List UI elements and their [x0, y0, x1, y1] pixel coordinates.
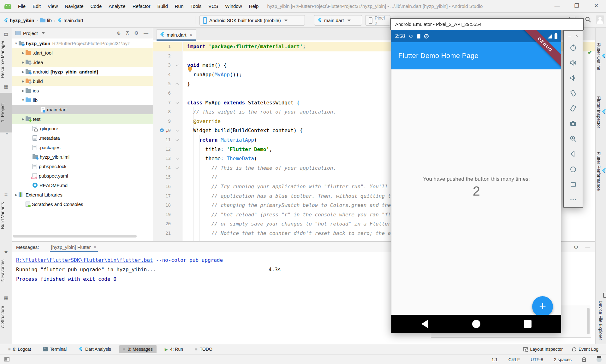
tree-item-hyzp-yibin[interactable]: ▼hyzp_yibinR:\FlutterProject\FlutterProj… — [12, 38, 153, 48]
inspections-ok-icon[interactable]: ✔ — [588, 49, 592, 56]
hide-panel-icon[interactable]: — — [585, 244, 590, 250]
tree-expand-arrow-icon[interactable]: ▼ — [14, 42, 19, 45]
emulator-title-bar[interactable]: Android Emulator - Pixel_2_API_29:5554 — [390, 18, 584, 30]
gutter-line-11[interactable]: 11 — [153, 135, 182, 145]
gear-icon[interactable]: ⚙ — [134, 30, 139, 36]
minimize-window-icon[interactable]: — — [547, 0, 567, 13]
fold-marker-icon[interactable] — [176, 101, 179, 104]
tree-item--packages[interactable]: .packages — [12, 143, 153, 152]
menu-item-view[interactable]: View — [44, 0, 61, 13]
emulator-volume-down-button[interactable] — [564, 70, 583, 85]
toolwindow-toggle-icon[interactable] — [4, 357, 9, 361]
gutter-line-16[interactable]: 16 — [153, 182, 182, 191]
menu-item-run[interactable]: Run — [171, 0, 187, 13]
fold-marker-icon[interactable] — [176, 63, 179, 67]
emulator-more-button[interactable] — [564, 192, 583, 207]
emulator-volume-up-button[interactable] — [564, 55, 583, 70]
bottom-tab-todo[interactable]: ≡TODO — [191, 345, 216, 353]
tree-item-scratches-and-consoles[interactable]: Scratches and Consoles — [12, 199, 153, 209]
gutter-line-13[interactable]: 13 — [153, 154, 182, 163]
tree-item-test[interactable]: ▶test — [12, 114, 153, 124]
tree-item-readme-md[interactable]: README.md — [12, 180, 153, 190]
tree-item-android[interactable]: ▶android[hyzp_yibin_android] — [12, 67, 153, 76]
emulator-phone-screen[interactable]: 2:58 ⚙ Flutter Demo Home Page DEBUG You … — [391, 30, 561, 333]
tree-item-hyzp-yibin-iml[interactable]: hyzp_yibin.iml — [12, 152, 153, 161]
tree-item-build[interactable]: ▶build — [12, 76, 153, 86]
device-mirror-button[interactable]: Pixel 2 — [365, 15, 390, 26]
bottom-tab-0-messages[interactable]: ≡0: Messages — [119, 345, 157, 353]
tree-collapse-arrow-icon[interactable]: ▶ — [21, 51, 26, 55]
gutter-line-7[interactable]: 7 — [153, 98, 182, 108]
close-window-icon[interactable]: ✕ — [586, 0, 606, 13]
tree-expand-arrow-icon[interactable]: ▼ — [21, 98, 26, 102]
emulator-rotate-left-button[interactable] — [564, 86, 583, 101]
tree-collapse-arrow-icon[interactable]: ▶ — [21, 61, 26, 64]
tree-collapse-arrow-icon[interactable]: ▶ — [21, 89, 26, 92]
emulator-screenshot-button[interactable] — [564, 116, 583, 131]
fold-marker-icon[interactable] — [176, 157, 179, 160]
override-marker-icon[interactable] — [160, 128, 164, 132]
stripe-tab-build-variants[interactable]: Build Variants — [0, 198, 12, 233]
console-link[interactable]: R:\Flutter\FlutterSDK\flutter\bin\flutte… — [16, 257, 153, 263]
fold-marker-icon[interactable] — [176, 138, 179, 141]
stripe-tab-project[interactable]: 1: Project — [0, 93, 12, 132]
nav-overview-icon[interactable] — [524, 320, 532, 328]
gutter-line-21[interactable]: 21 — [153, 229, 182, 238]
stripe-tab-resource-manager[interactable]: Resource Manager — [0, 37, 12, 81]
emulator-close-icon[interactable]: × — [575, 33, 578, 38]
encoding[interactable]: UTF-8 — [531, 357, 543, 362]
run-config-dropdown[interactable]: main.dart — [314, 15, 362, 26]
event-log-button[interactable]: Event Log — [572, 347, 598, 352]
breadcrumb-item-main.dart[interactable]: main.dart — [57, 18, 83, 23]
tree-collapse-arrow-icon[interactable]: ▶ — [14, 193, 19, 197]
gutter-line-17[interactable]: 17 — [153, 191, 182, 201]
close-tab-icon[interactable]: ✕ — [93, 245, 97, 250]
profile-avatar[interactable] — [596, 15, 604, 24]
collapse-all-icon[interactable]: ⊼ — [126, 30, 129, 36]
menu-item-navigate[interactable]: Navigate — [61, 0, 87, 13]
tree-item-main-dart[interactable]: main.dart — [12, 105, 153, 114]
stripe-tab-device-file-explorer[interactable]: Device File Explorer — [596, 293, 606, 348]
editor-tab-main-dart[interactable]: main.dart ✕ — [157, 29, 196, 40]
tree-item-pubspec-lock[interactable]: pubspec.lock — [12, 161, 153, 171]
caret-position[interactable]: 1:1 — [491, 357, 497, 362]
tool-icon[interactable]: ▦ — [3, 84, 9, 89]
emulator-power-button[interactable] — [564, 40, 583, 55]
emulator-back-button[interactable] — [564, 146, 583, 161]
hide-panel-icon[interactable]: — — [144, 30, 148, 36]
menu-item-code[interactable]: Code — [87, 0, 105, 13]
menu-item-analyze[interactable]: Analyze — [105, 0, 129, 13]
gutter-line-14[interactable]: 14 — [153, 163, 182, 173]
tree-item-ios[interactable]: ▶ios — [12, 86, 153, 95]
menu-item-vcs[interactable]: VCS — [205, 0, 222, 13]
breadcrumb-item-lib[interactable]: lib — [40, 18, 52, 23]
breadcrumb-item-hyzp_yibin[interactable]: hyzp_yibin — [4, 18, 34, 23]
horizontal-scrollbar[interactable] — [13, 235, 137, 238]
menu-item-window[interactable]: Window — [222, 0, 245, 13]
messages-tab-flutter[interactable]: [hyzp_yibin] Flutter ✕ — [50, 242, 98, 252]
gutter-line-18[interactable]: 18 — [153, 201, 182, 210]
tree-item-external-libraries[interactable]: ▶External Libraries — [12, 190, 153, 199]
increment-fab-button[interactable]: + — [532, 296, 553, 317]
nav-back-icon[interactable] — [421, 320, 428, 328]
tree-item-lib[interactable]: ▼lib — [12, 95, 153, 105]
tree-collapse-arrow-icon[interactable]: ▶ — [21, 117, 26, 121]
menu-item-refactor[interactable]: Refactor — [129, 0, 154, 13]
bottom-tab-6-logcat[interactable]: ≡6: Logcat — [4, 345, 35, 353]
tree-collapse-arrow-icon[interactable]: ▶ — [21, 79, 26, 83]
vertical-scrollbar[interactable] — [587, 308, 590, 334]
emulator-home-button[interactable] — [564, 162, 583, 177]
emulator-minimize-icon[interactable]: – — [568, 33, 571, 38]
stripe-tab-flutter-outline[interactable]: Flutter Outline — [596, 33, 606, 80]
menu-item-tools[interactable]: Tools — [187, 0, 205, 13]
readonly-lock-icon[interactable] — [582, 359, 586, 362]
gutter-line-9[interactable]: 9 — [153, 117, 182, 126]
menu-item-edit[interactable]: Edit — [29, 0, 44, 13]
tree-item--idea[interactable]: ▶.idea — [12, 57, 153, 67]
tree-item--dart-tool[interactable]: ▶.dart_tool — [12, 48, 153, 57]
bottom-tab-terminal[interactable]: Terminal — [39, 345, 70, 353]
gutter-line-3[interactable]: 3 — [153, 61, 182, 70]
stripe-tab-structure[interactable]: 7: Structure — [0, 302, 12, 333]
gutter-line-8[interactable]: 8 — [153, 107, 182, 117]
tree-item--metadata[interactable]: .metadata — [12, 133, 153, 143]
